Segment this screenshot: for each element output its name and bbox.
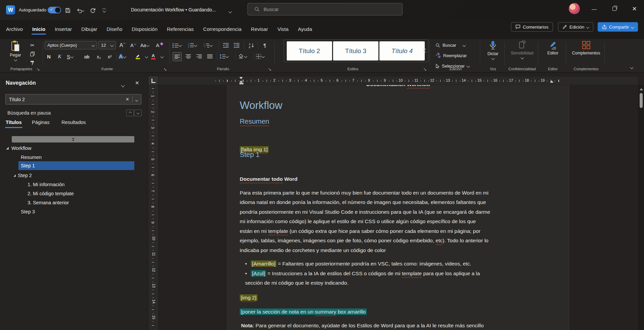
nav-collapse-button[interactable] — [122, 82, 124, 88]
nav-tab-paginas[interactable]: Páginas — [32, 120, 49, 125]
next-result-button[interactable] — [134, 110, 142, 116]
left-indent-marker[interactable] — [239, 83, 243, 84]
tab-referencias[interactable]: Referencias — [162, 23, 198, 37]
nav-item-step2[interactable]: Step 2 — [13, 171, 32, 180]
vertical-ruler[interactable]: 123456789101112131415 — [149, 85, 157, 330]
font-color-button[interactable]: A — [149, 52, 157, 61]
tab-inicio[interactable]: Inicio — [28, 23, 50, 37]
avatar[interactable] — [569, 3, 580, 14]
doc-title-workflow[interactable]: Workflow — [240, 99, 282, 112]
document-title[interactable]: Documentación Workflow • Guardando... — [131, 7, 216, 12]
sensitivity-button[interactable]: Sensibilidad — [506, 40, 538, 59]
nav-item-mi-codigo-template[interactable]: 2. Mi código template — [28, 189, 74, 198]
chevron-down-icon[interactable] — [160, 55, 164, 58]
style-titulo3[interactable]: Título 3 — [333, 41, 378, 60]
dictate-button[interactable]: Dictar — [482, 40, 503, 59]
subscript-button[interactable]: x₂ — [95, 52, 103, 61]
chevron-down-icon[interactable] — [229, 8, 231, 14]
tab-correspondencia[interactable]: Correspondencia — [198, 23, 246, 37]
close-button[interactable]: ✕ — [627, 0, 642, 17]
word-logo-icon[interactable]: W — [6, 5, 15, 14]
dialog-launcher-icon[interactable] — [37, 68, 40, 71]
heading-step1[interactable]: Step 1 — [240, 151, 260, 159]
scroll-to-top-bar[interactable] — [12, 136, 134, 142]
show-paragraph-marks-button[interactable]: ¶ — [261, 41, 269, 49]
editor-button[interactable]: Editor — [540, 40, 566, 55]
tab-archivo[interactable]: Archivo — [1, 23, 28, 37]
hanging-indent-marker[interactable] — [239, 80, 243, 83]
underline-button[interactable]: S — [66, 52, 74, 61]
autosave-toggle[interactable]: ✓ — [48, 7, 61, 13]
italic-button[interactable]: K — [55, 52, 64, 61]
style-titulo4[interactable]: Título 4 — [379, 41, 425, 60]
replace-button[interactable]: b c Reemplazar — [435, 51, 467, 60]
collapse-ribbon-button[interactable] — [631, 64, 633, 70]
first-line-indent-marker[interactable] — [239, 77, 243, 79]
numbering-button[interactable]: 123 — [188, 41, 197, 49]
change-case-button[interactable]: Aa — [140, 41, 149, 49]
nav-item-semana-anterior[interactable]: 3. Semana anterior — [28, 198, 69, 207]
page-header[interactable]: Documentación Workflow — [228, 85, 569, 87]
page[interactable]: Documentación Workflow Workflow Resumen … — [227, 85, 569, 330]
format-painter-button[interactable] — [28, 58, 37, 67]
tab-dibujar[interactable]: Dibujar — [77, 23, 102, 37]
clear-search-icon[interactable]: ✕ — [123, 97, 132, 102]
editing-mode-button[interactable]: Edición — [558, 22, 593, 32]
nav-item-step3[interactable]: Step 3 — [21, 207, 35, 216]
save-button[interactable] — [63, 6, 73, 15]
bullets-button[interactable] — [173, 41, 181, 49]
bold-button[interactable]: N — [45, 52, 53, 61]
paste-button[interactable]: Pegar — [6, 40, 25, 61]
undo-button[interactable] — [75, 6, 86, 15]
align-right-button[interactable] — [195, 52, 203, 60]
scroll-up-arrow[interactable] — [640, 88, 643, 90]
text-effects-button[interactable]: A — [118, 52, 127, 61]
previous-result-button[interactable] — [126, 110, 134, 116]
font-size-select[interactable]: 12 — [98, 41, 116, 49]
sort-button[interactable]: AZ — [247, 41, 256, 49]
align-left-button[interactable] — [173, 52, 182, 61]
paragraph-step1[interactable]: Para esta primera parte lo que me funcio… — [240, 178, 559, 255]
nav-close-button[interactable]: ✕ — [135, 80, 139, 86]
strikethrough-button[interactable]: ab — [83, 52, 91, 61]
style-titulo2[interactable]: Título 2 — [287, 41, 332, 60]
caret-expanded-icon[interactable] — [13, 174, 16, 177]
comments-button[interactable]: Comentarios — [511, 22, 553, 32]
decrease-indent-button[interactable] — [222, 41, 230, 49]
dialog-launcher-icon[interactable] — [164, 68, 167, 71]
tab-insertar[interactable]: Insertar — [50, 23, 77, 37]
nav-item-resumen[interactable]: Resumen — [21, 153, 42, 162]
chevron-down-icon[interactable] — [133, 97, 138, 102]
nav-search-input[interactable]: Título 2 ✕ — [5, 94, 141, 105]
superscript-button[interactable]: x² — [105, 52, 114, 61]
highlight-color-button[interactable] — [134, 52, 142, 61]
increase-indent-button[interactable] — [232, 41, 241, 49]
document-canvas[interactable]: Documentación Workflow Workflow Resumen … — [157, 85, 644, 330]
heading-resumen[interactable]: Resumen — [240, 117, 269, 125]
vertical-scrollbar[interactable] — [638, 85, 644, 330]
justify-button[interactable] — [205, 52, 214, 60]
minimize-button[interactable]: — — [586, 0, 602, 17]
nav-item-workflow[interactable]: Workflow — [6, 144, 31, 153]
nav-item-mi-informacion[interactable]: 1. Mi información — [28, 180, 64, 189]
scrollbar-thumb[interactable] — [640, 93, 643, 108]
shading-button[interactable] — [238, 52, 247, 60]
multilevel-list-button[interactable]: 1ai — [203, 41, 212, 49]
nav-item-step1-selected[interactable]: Step 1 — [18, 161, 134, 170]
tab-vista[interactable]: Vista — [273, 23, 293, 37]
tab-ayuda[interactable]: Ayuda — [293, 23, 317, 37]
borders-button[interactable] — [256, 52, 264, 60]
restore-button[interactable] — [606, 0, 622, 17]
copy-button[interactable] — [28, 50, 37, 58]
cut-button[interactable]: ✂ — [28, 41, 37, 49]
search-input[interactable]: Buscar — [247, 3, 403, 15]
nav-tab-titulos[interactable]: Títulos — [6, 120, 22, 125]
dialog-launcher-icon[interactable] — [423, 68, 427, 71]
redo-button[interactable] — [88, 6, 97, 15]
find-button[interactable]: Buscar — [435, 41, 465, 49]
addins-button[interactable]: Complementos — [568, 40, 604, 55]
bullet-item-azul[interactable]: •[Azul] = Instrucciones a la IA de estil… — [245, 259, 557, 288]
clear-formatting-button[interactable]: A — [155, 41, 164, 49]
grow-font-button[interactable]: A — [118, 41, 127, 49]
chevron-down-icon[interactable] — [145, 55, 148, 58]
